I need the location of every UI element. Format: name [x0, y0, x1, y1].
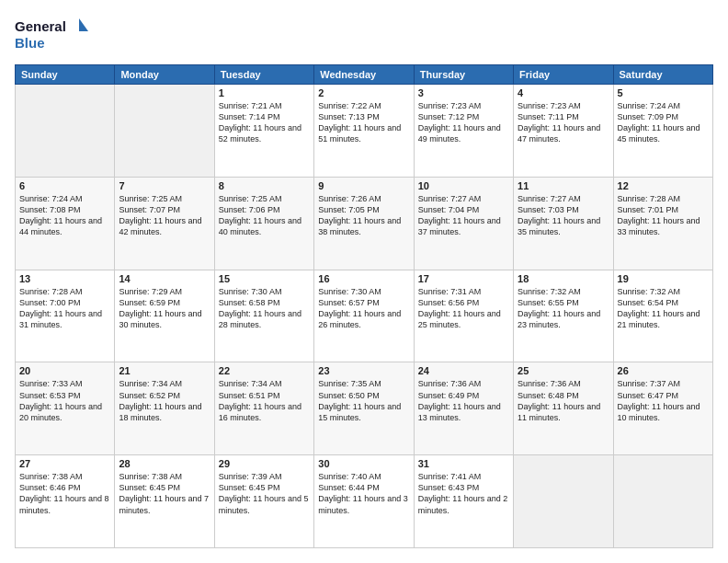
cell-info: Sunrise: 7:38 AMSunset: 6:45 PMDaylight:…: [119, 471, 210, 516]
cell-info: Sunrise: 7:41 AMSunset: 6:43 PMDaylight:…: [418, 471, 509, 516]
day-number: 20: [19, 365, 110, 376]
calendar-week-row: 1Sunrise: 7:21 AMSunset: 7:14 PMDaylight…: [16, 85, 713, 178]
calendar-cell: 11Sunrise: 7:27 AMSunset: 7:03 PMDayligh…: [514, 177, 613, 270]
day-number: 8: [219, 180, 310, 191]
day-number: 26: [618, 365, 709, 376]
svg-text:General: General: [15, 18, 66, 34]
day-header: Friday: [514, 65, 613, 85]
calendar-cell: 2Sunrise: 7:22 AMSunset: 7:13 PMDaylight…: [314, 85, 414, 178]
calendar-cell: 21Sunrise: 7:34 AMSunset: 6:52 PMDayligh…: [115, 362, 214, 455]
calendar-cell: 17Sunrise: 7:31 AMSunset: 6:56 PMDayligh…: [414, 270, 513, 362]
header: General Blue: [15, 15, 713, 55]
logo-svg: General Blue: [15, 15, 88, 55]
cell-info: Sunrise: 7:25 AMSunset: 7:06 PMDaylight:…: [219, 193, 310, 238]
calendar-cell: 9Sunrise: 7:26 AMSunset: 7:05 PMDaylight…: [314, 177, 414, 270]
cell-info: Sunrise: 7:32 AMSunset: 6:55 PMDaylight:…: [518, 286, 609, 331]
calendar: SundayMondayTuesdayWednesdayThursdayFrid…: [15, 64, 713, 548]
cell-info: Sunrise: 7:38 AMSunset: 6:46 PMDaylight:…: [19, 471, 110, 516]
day-number: 16: [318, 273, 409, 284]
day-number: 6: [19, 180, 110, 191]
day-number: 15: [219, 273, 310, 284]
calendar-cell: 28Sunrise: 7:38 AMSunset: 6:45 PMDayligh…: [115, 455, 214, 548]
day-number: 18: [518, 273, 609, 284]
cell-info: Sunrise: 7:30 AMSunset: 6:57 PMDaylight:…: [318, 286, 409, 331]
day-number: 29: [219, 458, 310, 469]
calendar-cell: 25Sunrise: 7:36 AMSunset: 6:48 PMDayligh…: [514, 362, 613, 455]
calendar-cell: 1Sunrise: 7:21 AMSunset: 7:14 PMDaylight…: [214, 85, 313, 178]
cell-info: Sunrise: 7:22 AMSunset: 7:13 PMDaylight:…: [318, 100, 409, 145]
logo: General Blue: [15, 15, 88, 55]
cell-info: Sunrise: 7:28 AMSunset: 7:01 PMDaylight:…: [618, 193, 709, 238]
calendar-cell: 29Sunrise: 7:39 AMSunset: 6:45 PMDayligh…: [214, 455, 313, 548]
day-number: 3: [418, 87, 509, 98]
calendar-week-row: 27Sunrise: 7:38 AMSunset: 6:46 PMDayligh…: [16, 455, 713, 548]
day-number: 31: [418, 458, 509, 469]
calendar-cell: [514, 455, 613, 548]
calendar-cell: 15Sunrise: 7:30 AMSunset: 6:58 PMDayligh…: [214, 270, 313, 362]
cell-info: Sunrise: 7:24 AMSunset: 7:09 PMDaylight:…: [618, 100, 709, 145]
cell-info: Sunrise: 7:37 AMSunset: 6:47 PMDaylight:…: [618, 378, 709, 423]
calendar-header-row: SundayMondayTuesdayWednesdayThursdayFrid…: [16, 65, 713, 85]
day-number: 19: [618, 273, 709, 284]
calendar-cell: 12Sunrise: 7:28 AMSunset: 7:01 PMDayligh…: [613, 177, 712, 270]
day-number: 25: [518, 365, 609, 376]
day-number: 1: [219, 87, 310, 98]
day-number: 9: [318, 180, 409, 191]
calendar-cell: 22Sunrise: 7:34 AMSunset: 6:51 PMDayligh…: [214, 362, 313, 455]
cell-info: Sunrise: 7:30 AMSunset: 6:58 PMDaylight:…: [219, 286, 310, 331]
cell-info: Sunrise: 7:23 AMSunset: 7:11 PMDaylight:…: [518, 100, 609, 145]
calendar-cell: 18Sunrise: 7:32 AMSunset: 6:55 PMDayligh…: [514, 270, 613, 362]
day-number: 13: [19, 273, 110, 284]
calendar-cell: 7Sunrise: 7:25 AMSunset: 7:07 PMDaylight…: [115, 177, 214, 270]
cell-info: Sunrise: 7:25 AMSunset: 7:07 PMDaylight:…: [119, 193, 210, 238]
cell-info: Sunrise: 7:36 AMSunset: 6:49 PMDaylight:…: [418, 378, 509, 423]
day-number: 7: [119, 180, 210, 191]
calendar-cell: 13Sunrise: 7:28 AMSunset: 7:00 PMDayligh…: [16, 270, 115, 362]
day-number: 17: [418, 273, 509, 284]
day-number: 30: [318, 458, 409, 469]
day-number: 24: [418, 365, 509, 376]
calendar-cell: 19Sunrise: 7:32 AMSunset: 6:54 PMDayligh…: [613, 270, 712, 362]
calendar-cell: 8Sunrise: 7:25 AMSunset: 7:06 PMDaylight…: [214, 177, 313, 270]
calendar-cell: 24Sunrise: 7:36 AMSunset: 6:49 PMDayligh…: [414, 362, 513, 455]
day-number: 5: [618, 87, 709, 98]
calendar-week-row: 20Sunrise: 7:33 AMSunset: 6:53 PMDayligh…: [16, 362, 713, 455]
cell-info: Sunrise: 7:34 AMSunset: 6:51 PMDaylight:…: [219, 378, 310, 423]
day-header: Thursday: [414, 65, 513, 85]
calendar-cell: 10Sunrise: 7:27 AMSunset: 7:04 PMDayligh…: [414, 177, 513, 270]
day-number: 22: [219, 365, 310, 376]
calendar-week-row: 13Sunrise: 7:28 AMSunset: 7:00 PMDayligh…: [16, 270, 713, 362]
calendar-cell: 30Sunrise: 7:40 AMSunset: 6:44 PMDayligh…: [314, 455, 414, 548]
calendar-cell: 3Sunrise: 7:23 AMSunset: 7:12 PMDaylight…: [414, 85, 513, 178]
day-number: 11: [518, 180, 609, 191]
cell-info: Sunrise: 7:23 AMSunset: 7:12 PMDaylight:…: [418, 100, 509, 145]
day-number: 2: [318, 87, 409, 98]
calendar-cell: 16Sunrise: 7:30 AMSunset: 6:57 PMDayligh…: [314, 270, 414, 362]
calendar-cell: 31Sunrise: 7:41 AMSunset: 6:43 PMDayligh…: [414, 455, 513, 548]
day-number: 28: [119, 458, 210, 469]
day-number: 23: [318, 365, 409, 376]
calendar-cell: 26Sunrise: 7:37 AMSunset: 6:47 PMDayligh…: [613, 362, 712, 455]
calendar-cell: [115, 85, 214, 178]
calendar-cell: [613, 455, 712, 548]
cell-info: Sunrise: 7:28 AMSunset: 7:00 PMDaylight:…: [19, 286, 110, 331]
calendar-cell: 23Sunrise: 7:35 AMSunset: 6:50 PMDayligh…: [314, 362, 414, 455]
calendar-cell: 14Sunrise: 7:29 AMSunset: 6:59 PMDayligh…: [115, 270, 214, 362]
calendar-cell: 20Sunrise: 7:33 AMSunset: 6:53 PMDayligh…: [16, 362, 115, 455]
cell-info: Sunrise: 7:27 AMSunset: 7:03 PMDaylight:…: [518, 193, 609, 238]
calendar-cell: 6Sunrise: 7:24 AMSunset: 7:08 PMDaylight…: [16, 177, 115, 270]
cell-info: Sunrise: 7:33 AMSunset: 6:53 PMDaylight:…: [19, 378, 110, 423]
day-header: Monday: [115, 65, 214, 85]
day-number: 27: [19, 458, 110, 469]
calendar-cell: [16, 85, 115, 178]
cell-info: Sunrise: 7:40 AMSunset: 6:44 PMDaylight:…: [318, 471, 409, 516]
day-number: 12: [618, 180, 709, 191]
calendar-week-row: 6Sunrise: 7:24 AMSunset: 7:08 PMDaylight…: [16, 177, 713, 270]
day-number: 4: [518, 87, 609, 98]
calendar-cell: 4Sunrise: 7:23 AMSunset: 7:11 PMDaylight…: [514, 85, 613, 178]
cell-info: Sunrise: 7:21 AMSunset: 7:14 PMDaylight:…: [219, 100, 310, 145]
day-number: 10: [418, 180, 509, 191]
cell-info: Sunrise: 7:39 AMSunset: 6:45 PMDaylight:…: [219, 471, 310, 516]
day-header: Saturday: [613, 65, 712, 85]
day-header: Tuesday: [214, 65, 313, 85]
